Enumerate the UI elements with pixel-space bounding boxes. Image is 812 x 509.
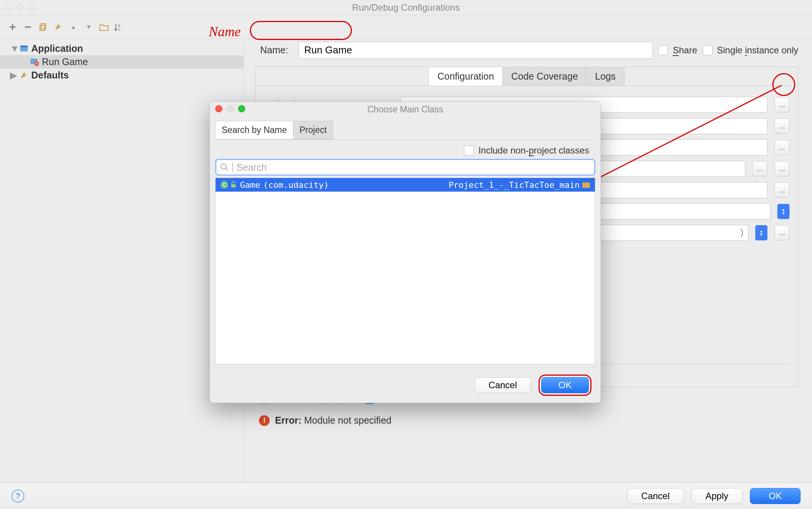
modal-cancel-button[interactable]: Cancel [475,377,531,393]
class-results-list[interactable]: C Game (com.udacity) Project_1_-_TicTacT… [215,178,595,364]
minimize-icon[interactable] [227,105,234,112]
class-result-row[interactable]: C Game (com.udacity) Project_1_-_TicTacT… [216,178,595,192]
class-name: Game [240,180,260,190]
module-icon [582,181,590,188]
share-label: SSharehare [673,45,697,56]
tree-node-run-game[interactable]: Run Game [0,55,243,69]
traffic-lights [5,4,35,11]
tree-label: Defaults [31,70,69,81]
error-message: Module not specified [304,415,391,426]
folder-icon[interactable] [99,22,109,32]
svg-text:z: z [118,27,120,31]
copy-icon[interactable] [38,22,48,32]
application-icon [20,45,28,53]
browse-button[interactable]: … [774,182,790,198]
close-window-icon[interactable] [5,4,13,11]
browse-button[interactable]: … [774,140,790,155]
svg-rect-12 [231,184,236,187]
config-toolbar: ▲ ▼ az [0,15,812,39]
cancel-button[interactable]: Cancel [627,488,684,504]
config-name-input[interactable] [299,42,653,59]
dialog-footer: ? Cancel Apply OK [0,482,812,509]
modal-title: Choose Main Class [367,104,443,114]
modal-titlebar: Choose Main Class [210,102,601,117]
browse-button[interactable]: … [774,225,790,240]
choose-main-class-dialog: Choose Main Class Search by Name Project… [209,101,601,403]
expand-arrow-icon[interactable]: ▼ [10,43,17,54]
svg-text:C: C [222,182,226,188]
tab-configuration[interactable]: Configuration [428,67,503,86]
include-nonproject-checkbox[interactable] [464,146,474,155]
class-module: Project_1_-_TicTacToe_main [449,180,580,190]
include-nonproject-label: Include non-project classes [478,145,589,156]
add-icon[interactable] [8,22,18,32]
maximize-window-icon[interactable] [28,4,35,11]
tree-label: Run Game [42,56,88,67]
window-titlebar: Run/Debug Configurations [0,0,812,15]
wrench-icon[interactable] [53,22,63,32]
tab-project[interactable]: Project [293,121,333,139]
apply-button[interactable]: Apply [691,488,742,504]
svg-rect-5 [21,46,27,47]
svg-rect-1 [40,25,45,30]
tree-node-application[interactable]: ▼ Application [0,42,243,55]
window-title: Run/Debug Configurations [352,2,460,13]
tree-node-defaults[interactable]: ▶ Defaults [0,69,243,82]
close-icon[interactable] [215,105,222,112]
sort-az-icon[interactable]: az [114,22,124,32]
modal-ok-button[interactable]: OK [541,377,589,393]
tab-logs[interactable]: Logs [586,67,624,86]
help-icon[interactable]: ? [11,490,24,503]
browse-button-2[interactable]: … [774,161,790,176]
browse-main-class-button[interactable]: … [774,97,790,112]
unlock-icon [230,181,237,188]
search-placeholder: Search [237,162,267,173]
remove-icon[interactable] [23,22,33,32]
browse-button[interactable]: … [752,161,767,176]
tab-code-coverage[interactable]: Code Coverage [502,67,587,86]
svg-rect-13 [582,182,590,188]
run-config-icon [30,58,39,66]
name-label: Name: [255,41,293,59]
expand-arrow-icon[interactable]: ▶ [10,70,17,81]
dropdown-caret-icon[interactable] [755,225,767,240]
class-icon: C [220,181,229,189]
svg-rect-0 [41,24,46,29]
dropdown-caret-icon[interactable] [777,204,790,219]
config-tree[interactable]: ▼ Application Run Game ▶ Defaults [0,39,244,482]
share-checkbox[interactable] [658,45,668,55]
ok-button[interactable]: OK [750,488,801,504]
move-down-icon[interactable]: ▼ [84,22,94,32]
error-icon: ! [259,415,270,426]
maximize-icon[interactable] [238,105,245,112]
tab-search-by-name[interactable]: Search by Name [215,121,293,139]
browse-button[interactable]: … [774,118,790,134]
error-row: ! Error: Module not specified [259,415,798,426]
single-instance-checkbox[interactable] [703,45,713,55]
annotation-name: Name [209,24,241,40]
svg-point-9 [221,164,226,169]
wrench-icon [20,71,28,80]
single-instance-label: Single instance only [717,45,799,56]
tree-label: Application [31,43,83,54]
move-up-icon[interactable]: ▲ [69,22,78,32]
search-icon [220,163,229,171]
search-input[interactable]: Search [215,159,595,176]
annotation-ring-ok: OK [539,375,591,396]
error-prefix: Error: [275,415,301,426]
class-package: (com.udacity) [263,180,329,190]
minimize-window-icon[interactable] [17,4,24,11]
